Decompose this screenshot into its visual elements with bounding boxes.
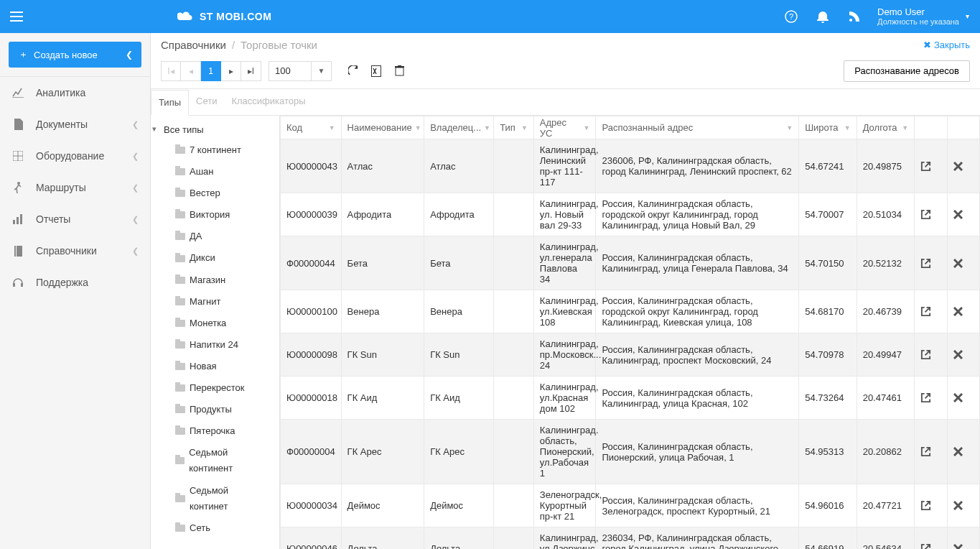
open-row-button[interactable] — [915, 527, 947, 550]
tree-item[interactable]: Виктория — [151, 204, 279, 226]
table-row[interactable]: Ю00000034ДеймосДеймосЗеленоградск, Курор… — [281, 484, 980, 527]
delete-row-button[interactable] — [947, 420, 979, 484]
nav-item-0[interactable]: Аналитика — [0, 77, 150, 109]
col-owner[interactable]: Владелец...▼ — [424, 116, 494, 139]
recognize-addresses-button[interactable]: Распознавание адресов — [844, 60, 970, 82]
tree-item[interactable]: Седьмой континет — [151, 480, 279, 517]
help-icon[interactable]: ? — [783, 8, 800, 25]
open-row-button[interactable] — [915, 290, 947, 333]
user-menu[interactable]: Demo User Должность не указана ▾ — [877, 6, 969, 27]
tree-item[interactable]: Магазин — [151, 269, 279, 291]
delete-row-button[interactable] — [947, 290, 979, 333]
col-name[interactable]: Наименование▼ — [341, 116, 424, 139]
tree-item[interactable]: Седьмой континент — [151, 442, 279, 479]
tree-item[interactable]: Ашан — [151, 161, 279, 183]
tree-item[interactable]: ДА — [151, 226, 279, 247]
breadcrumb-root[interactable]: Справочники — [161, 39, 226, 51]
open-row-button[interactable] — [915, 236, 947, 290]
folder-icon — [175, 168, 185, 175]
nav-item-2[interactable]: Оборудование ❮ — [0, 140, 150, 172]
tree-item[interactable]: Напитки 24 — [151, 334, 279, 356]
tree-item[interactable]: Новая — [151, 356, 279, 377]
hamburger-button[interactable] — [0, 0, 33, 33]
delete-row-button[interactable] — [947, 236, 979, 290]
page-size-dropdown[interactable]: ▼ — [312, 61, 332, 81]
table-row[interactable]: Ф00000044БетаБетаКалининград, ул.генерал… — [281, 236, 980, 290]
tab-networks[interactable]: Сети — [189, 89, 224, 115]
page-last-button[interactable]: ▸I — [241, 61, 261, 81]
page-current[interactable]: 1 — [201, 61, 221, 81]
cell-name: Дельта — [341, 527, 424, 550]
nav-label: Маршруты — [36, 182, 121, 193]
svg-rect-11 — [14, 246, 22, 257]
cell-lon: 20.51034 — [857, 193, 914, 236]
bell-icon[interactable] — [814, 8, 831, 25]
nav-item-5[interactable]: Справочники ❮ — [0, 235, 150, 267]
page-prev-button[interactable]: ◂ — [181, 61, 201, 81]
tree-item[interactable]: Продукты — [151, 399, 279, 420]
tree-item[interactable]: Монетка — [151, 313, 279, 334]
breadcrumb-current: Торговые точки — [241, 39, 317, 51]
tab-types[interactable]: Типы — [151, 90, 189, 116]
tree-item[interactable]: 7 континент — [151, 139, 279, 161]
col-lat[interactable]: Широта▼ — [799, 116, 857, 139]
tree-root[interactable]: Все типы — [151, 120, 279, 139]
export-excel-button[interactable] — [365, 61, 388, 81]
nav-item-3[interactable]: Маршруты ❮ — [0, 172, 150, 203]
open-row-button[interactable] — [915, 333, 947, 377]
tree-item[interactable]: Сеть — [151, 517, 279, 539]
close-label: Закрыть — [934, 40, 970, 50]
delete-row-button[interactable] — [947, 139, 979, 193]
table-row[interactable]: Ю00000046ДельтаДельтаКалининград, ул.Дзе… — [281, 527, 980, 550]
tree-item[interactable]: Перекресток — [151, 377, 279, 399]
delete-row-button[interactable] — [947, 333, 979, 377]
delete-row-button[interactable] — [947, 193, 979, 236]
open-row-button[interactable] — [915, 139, 947, 193]
doc-icon — [11, 118, 24, 131]
tab-classifiers[interactable]: Классификаторы — [224, 89, 312, 115]
cell-lat: 54.68170 — [799, 290, 857, 333]
tree-collapse-icon[interactable]: ▾ — [152, 124, 157, 134]
open-row-button[interactable] — [915, 193, 947, 236]
create-new-button[interactable]: ＋ Создать новое ❮ — [9, 42, 141, 68]
page-size-value[interactable]: 100 — [269, 61, 312, 81]
col-code[interactable]: Код▼ — [281, 116, 342, 139]
delete-button[interactable] — [388, 61, 411, 81]
delete-row-button[interactable] — [947, 484, 979, 527]
close-button[interactable]: ✖ Закрыть — [923, 40, 970, 50]
cell-addr: Калининград, ул. Новый вал 29-33 — [533, 193, 596, 236]
delete-row-button[interactable] — [947, 527, 979, 550]
page-first-button[interactable]: I◂ — [161, 61, 181, 81]
open-row-button[interactable] — [915, 420, 947, 484]
page-next-button[interactable]: ▸ — [221, 61, 241, 81]
tree-item[interactable]: Вестер — [151, 183, 279, 204]
table-row[interactable]: Ю00000018ГК АидГК АидКалининград, ул.Кра… — [281, 377, 980, 420]
tree-item[interactable]: Магнит — [151, 291, 279, 313]
col-open — [915, 116, 947, 139]
table-row[interactable]: Ю00000043АтласАтласКалининград, Ленински… — [281, 139, 980, 193]
col-type[interactable]: Тип▼ — [494, 116, 534, 139]
table-row[interactable]: Ю00000098ГК SunГК SunКалининград, пр.Мос… — [281, 333, 980, 377]
table-row[interactable]: Ю00000039АфродитаАфродитаКалининград, ул… — [281, 193, 980, 236]
tree-item[interactable]: Дикси — [151, 247, 279, 269]
nav-item-6[interactable]: Поддержка — [0, 267, 150, 298]
cell-code: Ф00000004 — [281, 420, 342, 484]
cell-recog: Россия, Калининградская область, Зеленог… — [596, 484, 799, 527]
nav-item-4[interactable]: Отчеты ❮ — [0, 203, 150, 235]
open-row-button[interactable] — [915, 484, 947, 527]
col-recog[interactable]: Распознанный адрес▼ — [596, 116, 799, 139]
cell-owner: Бета — [424, 236, 494, 290]
refresh-button[interactable] — [342, 61, 365, 81]
cell-addr: Калининград. область, Пионерский, ул.Раб… — [533, 420, 596, 484]
open-row-button[interactable] — [915, 377, 947, 420]
chevron-left-icon: ❮ — [132, 120, 139, 129]
tree-item[interactable]: Пятерочка — [151, 420, 279, 442]
col-lon[interactable]: Долгота▼ — [857, 116, 914, 139]
table-row[interactable]: Ф00000004ГК АресГК АресКалининград. обла… — [281, 420, 980, 484]
delete-row-button[interactable] — [947, 377, 979, 420]
rss-icon[interactable] — [846, 8, 863, 25]
table-row[interactable]: Ю00000100ВенераВенераКалининград, ул.Кие… — [281, 290, 980, 333]
col-addr[interactable]: Адрес УС▼ — [533, 116, 596, 139]
nav-item-1[interactable]: Документы ❮ — [0, 109, 150, 140]
user-role: Должность не указана — [877, 17, 959, 27]
